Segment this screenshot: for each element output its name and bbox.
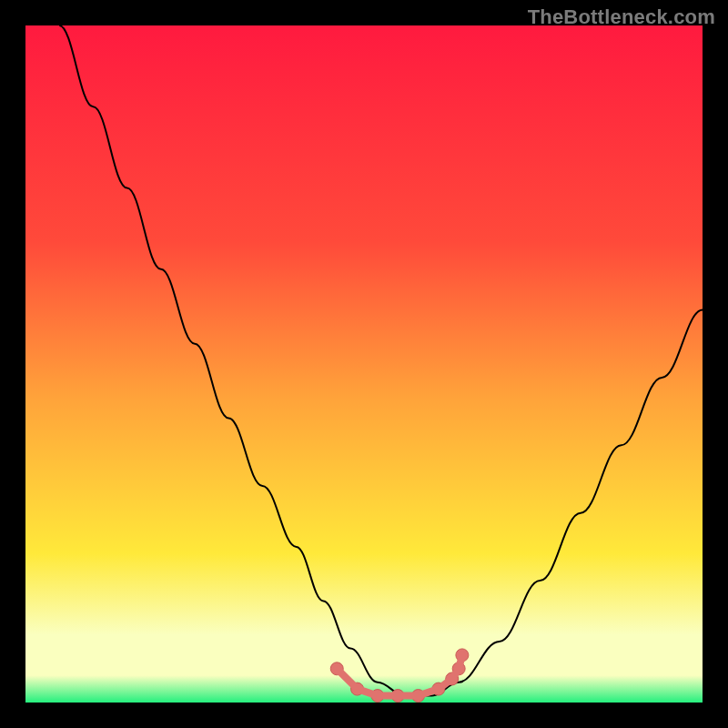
plot-area [25,25,703,703]
watermark-text: TheBottleneck.com [528,5,715,29]
chart-frame: TheBottleneck.com [0,0,728,728]
bottleneck-chart [0,0,728,728]
